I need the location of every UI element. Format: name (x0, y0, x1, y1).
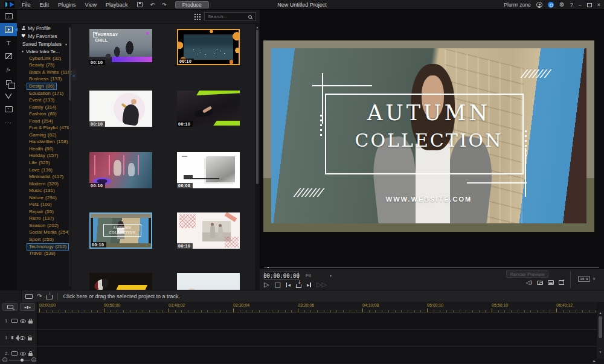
zoom-slider[interactable] (9, 360, 30, 360)
flip-arrow-icon[interactable]: ↷ (37, 293, 42, 299)
timeline-track-lane[interactable] (37, 330, 597, 346)
timeline-scrollbar-thumb[interactable] (599, 316, 602, 338)
rail-templates-room-selected[interactable] (0, 23, 17, 36)
category-item[interactable]: Holiday(157) (17, 153, 71, 160)
rail-title-room[interactable]: T (0, 36, 17, 49)
undo-icon[interactable]: ↶ (150, 2, 155, 8)
track-lock-icon[interactable] (28, 321, 33, 324)
fit-timeline-button[interactable]: ▸▮◂ (20, 303, 35, 311)
preview-quality-icon[interactable] (548, 280, 554, 285)
search-input[interactable] (205, 14, 248, 19)
zoom-fit-dropdown[interactable]: Fit ▼ (303, 272, 335, 279)
menu-view[interactable]: View (85, 2, 97, 8)
scroll-down-icon[interactable]: ▼ (597, 350, 604, 354)
template-thumbnail[interactable]: 00:10 (177, 29, 240, 65)
rail-plugin-room[interactable]: * (0, 103, 17, 116)
category-item[interactable]: Food(254) (17, 118, 71, 125)
rail-transition-room[interactable] (0, 49, 17, 63)
track-lock-icon[interactable] (28, 337, 32, 340)
category-item[interactable]: Sport(255) (17, 236, 71, 243)
library-scrollbar-thumb[interactable] (256, 30, 259, 184)
add-to-track-icon[interactable] (46, 295, 53, 299)
track-lock-icon[interactable] (28, 353, 33, 356)
zoom-out-button[interactable]: − (2, 357, 7, 362)
track-header[interactable]: 1. (0, 330, 37, 346)
track-header[interactable]: 1. (0, 313, 37, 330)
rail-more-rooms[interactable]: ··· (0, 116, 17, 129)
category-item[interactable]: Travel(538) (17, 250, 71, 257)
snapshot-camera-icon[interactable] (537, 281, 543, 285)
maximize-button[interactable] (587, 3, 592, 7)
panel-collapse-handle[interactable]: < (71, 70, 77, 81)
menu-playback[interactable]: Playback (106, 2, 128, 8)
rail-overlay-room[interactable] (0, 76, 17, 89)
scroll-right-icon[interactable]: ▶ (593, 359, 596, 363)
template-thumbnail[interactable]: AUTUMN COLLECTION 00:10 (89, 212, 152, 249)
timeline-scrollbar[interactable]: ▲ ▼ (597, 310, 604, 359)
category-item[interactable]: Nature(294) (17, 194, 71, 202)
track-visibility-icon[interactable] (20, 352, 26, 356)
fast-forward-button[interactable]: ▷▷ (316, 281, 327, 289)
category-item[interactable]: Design(86) (17, 83, 71, 90)
settings-gear-icon[interactable]: ⚙ (559, 2, 565, 8)
category-item[interactable]: CyberLink(32) (17, 55, 71, 62)
category-item[interactable]: Retro(137) (17, 216, 71, 223)
category-item[interactable]: Beauty(75) (17, 62, 71, 69)
category-item[interactable]: Music(131) (17, 187, 71, 194)
category-scrollbar[interactable] (69, 27, 71, 286)
category-item[interactable]: Health(88) (17, 145, 71, 153)
search-icon[interactable] (248, 15, 252, 19)
category-item[interactable]: Minimalist(417) (17, 173, 71, 180)
category-item[interactable]: Technology(212) (17, 243, 71, 251)
category-item[interactable]: Gaming(62) (17, 132, 71, 139)
scroll-up-icon[interactable]: ▲ (255, 25, 260, 29)
aspect-ratio-selector[interactable]: 16:9 ∨ (578, 276, 596, 282)
category-item[interactable]: Business(133) (17, 76, 71, 83)
undock-window-icon[interactable] (559, 280, 564, 285)
template-thumbnail[interactable]: 00:10 (89, 152, 152, 188)
sidebar-item-saved-templates[interactable]: Saved Templates ▲ (17, 40, 71, 48)
timeline-track-lane[interactable] (37, 313, 597, 330)
rail-media-room[interactable]: ♪ (0, 10, 17, 23)
category-item[interactable]: Love(136) (17, 167, 71, 174)
category-item[interactable]: Modern(320) (17, 180, 71, 188)
scroll-up-icon[interactable]: ▲ (597, 311, 604, 315)
menu-file[interactable]: File (22, 2, 31, 8)
rail-effect-room[interactable]: fx (0, 63, 17, 76)
template-thumbnail[interactable] (177, 273, 240, 290)
category-item[interactable]: Pets(100) (17, 201, 71, 208)
category-item[interactable]: Family(314) (17, 104, 71, 111)
expand-group-icon[interactable]: ▼ (21, 49, 24, 53)
close-button[interactable]: × (597, 2, 600, 8)
template-thumbnail[interactable]: 00:08 (177, 152, 240, 188)
next-frame-button[interactable]: ▸ (307, 282, 311, 288)
sidebar-item-my-profile[interactable]: My Profile (17, 24, 71, 32)
template-thumbnail[interactable]: THURSDAY CHILL 00:10 (89, 29, 152, 65)
menu-edit[interactable]: Edit (40, 2, 50, 8)
category-item[interactable]: Life(325) (17, 159, 71, 167)
category-item[interactable]: Event(133) (17, 97, 71, 104)
category-item[interactable]: Education(171) (17, 90, 71, 97)
template-thumbnail[interactable]: 00:10 (177, 91, 240, 127)
timeline-ruler[interactable]: 00;00;0000;50;0001;40;0202;30;0403;20;06… (37, 302, 597, 313)
stop-button[interactable]: □ (274, 281, 280, 289)
template-thumbnail[interactable]: 00:10 (177, 212, 240, 249)
category-item[interactable]: Fashion(85) (17, 110, 71, 118)
track-manager-button[interactable] (2, 303, 18, 311)
sidebar-group-video-intro[interactable]: ▼ Video Intro Te... (17, 48, 71, 55)
timecode-display[interactable]: 00;00;00;00 (264, 272, 299, 279)
category-item[interactable]: Repair(55) (17, 208, 71, 216)
category-item[interactable]: Season(202) (17, 222, 71, 229)
sidebar-item-my-favorites[interactable]: ♥ My Favorites (17, 32, 71, 40)
track-visibility-icon[interactable] (20, 319, 26, 323)
category-item[interactable]: Social Media(254) (17, 229, 71, 237)
category-item[interactable]: Handwritten(158) (17, 139, 71, 146)
track-visibility-icon[interactable] (19, 336, 25, 340)
search-box[interactable] (204, 12, 256, 21)
category-item[interactable]: Black & White(116) (17, 69, 71, 76)
template-thumbnail[interactable]: 00:10 (89, 91, 152, 127)
zoom-slider-thumb[interactable] (21, 359, 24, 362)
notification-icon[interactable] (548, 2, 554, 8)
previous-frame-button[interactable]: ◂ (286, 282, 291, 288)
menu-plugins[interactable]: Plugins (58, 2, 76, 8)
